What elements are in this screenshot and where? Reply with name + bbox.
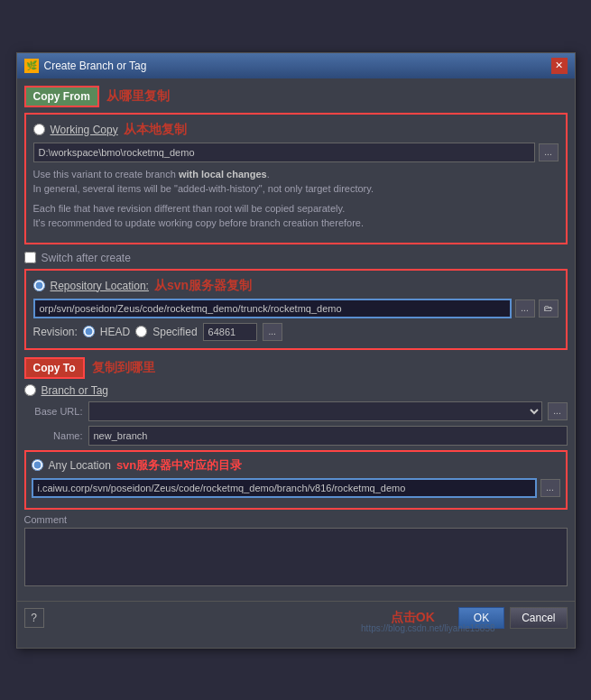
working-copy-radio-row: Working Copy 从本地复制 [33, 122, 559, 138]
working-copy-browse-button[interactable]: ... [539, 143, 559, 161]
close-button[interactable]: ✕ [551, 58, 568, 74]
head-label: HEAD [100, 326, 130, 338]
dialog-title: Create Branch or Tag [44, 60, 147, 72]
comment-section: Comment [24, 514, 568, 589]
base-url-row: Base URL: ... [24, 401, 568, 421]
repo-location-repo-browse-button[interactable]: 🗁 [539, 299, 559, 318]
base-url-browse-button[interactable]: ... [548, 402, 568, 420]
copy-to-label: Copy To [24, 357, 85, 379]
head-radio[interactable] [83, 326, 95, 337]
create-branch-dialog: 🌿 Create Branch or Tag ✕ Copy From 从哪里复制… [16, 52, 576, 649]
any-location-box: Any Location svn服务器中对应的目录 ... [24, 450, 568, 510]
repo-location-annotation: 从svn服务器复制 [154, 278, 252, 294]
revision-browse-button[interactable]: ... [263, 323, 282, 341]
watermark: https://blog.csdn.net/liyanle15858 [0, 623, 503, 637]
specified-label: Specified [152, 326, 197, 338]
branch-or-tag-label: Branch or Tag [42, 384, 109, 397]
any-location-radio-row: Any Location svn服务器中对应的目录 [32, 457, 560, 474]
working-copy-info2: Each file that have revision different t… [33, 201, 559, 231]
copy-from-header: Copy From 从哪里复制 [24, 86, 568, 107]
title-bar-left: 🌿 Create Branch or Tag [24, 59, 147, 73]
working-copy-label: Working Copy [51, 124, 118, 136]
copy-from-label: Copy From [24, 86, 99, 107]
repo-location-label: Repository Location: [51, 280, 149, 292]
working-copy-path-input[interactable] [33, 143, 535, 162]
specified-radio[interactable] [135, 326, 147, 337]
copy-from-annotation: 从哪里复制 [106, 88, 170, 105]
cancel-button[interactable]: Cancel [510, 607, 567, 629]
repo-location-browse-button[interactable]: ... [515, 299, 535, 318]
info-line3: Each file that have revision different t… [33, 203, 346, 214]
name-input[interactable] [88, 426, 568, 446]
switch-after-create-row: Switch after create [24, 252, 568, 264]
title-bar: 🌿 Create Branch or Tag ✕ [17, 53, 575, 78]
working-copy-radio[interactable] [33, 124, 45, 135]
info-bold: with local changes [179, 169, 267, 180]
revision-row: Revision: HEAD Specified ... [33, 323, 559, 341]
working-copy-info: Use this variant to create branch with l… [33, 167, 559, 197]
any-location-browse-button[interactable]: ... [540, 479, 560, 497]
branch-tag-radio[interactable] [24, 384, 36, 396]
revision-label: Revision: [33, 326, 78, 338]
base-url-select[interactable] [88, 401, 542, 421]
info-line4: It's recommended to update working copy … [33, 217, 365, 228]
any-location-label: Any Location [49, 459, 111, 472]
repo-location-radio[interactable] [33, 280, 45, 291]
name-row: Name: [24, 426, 568, 446]
dialog-body: Copy From 从哪里复制 Working Copy 从本地复制 ... U… [17, 78, 575, 596]
comment-label: Comment [24, 514, 568, 525]
info-prefix: Use this variant to create branch [33, 169, 179, 180]
working-copy-path-row: ... [33, 143, 559, 162]
info-suffix: . [267, 169, 270, 180]
working-copy-box: Working Copy 从本地复制 ... Use this variant … [24, 113, 568, 244]
comment-textarea[interactable] [24, 528, 568, 586]
repo-location-radio-row: Repository Location: 从svn服务器复制 [33, 278, 559, 294]
info-line2: In general, several items will be "added… [33, 183, 374, 194]
branch-or-tag-row: Branch or Tag [24, 384, 568, 397]
any-location-radio[interactable] [32, 459, 43, 471]
revision-input[interactable] [203, 323, 257, 341]
copy-to-annotation: 复制到哪里 [92, 360, 155, 376]
repo-location-path-input[interactable] [33, 299, 512, 318]
repository-location-box: Repository Location: 从svn服务器复制 ... 🗁 Rev… [24, 269, 568, 350]
copy-to-header: Copy To 复制到哪里 [24, 357, 568, 379]
switch-after-create-checkbox[interactable] [24, 252, 36, 263]
switch-after-create-label: Switch after create [42, 252, 131, 264]
name-label: Name: [24, 430, 83, 441]
any-location-path-input[interactable] [32, 478, 537, 498]
any-location-path-row: ... [32, 478, 560, 498]
any-location-annotation: svn服务器中对应的目录 [116, 457, 242, 474]
base-url-label: Base URL: [24, 406, 83, 417]
working-copy-annotation: 从本地复制 [124, 122, 187, 138]
dialog-icon: 🌿 [24, 59, 39, 73]
repo-location-path-row: ... 🗁 [33, 299, 559, 318]
